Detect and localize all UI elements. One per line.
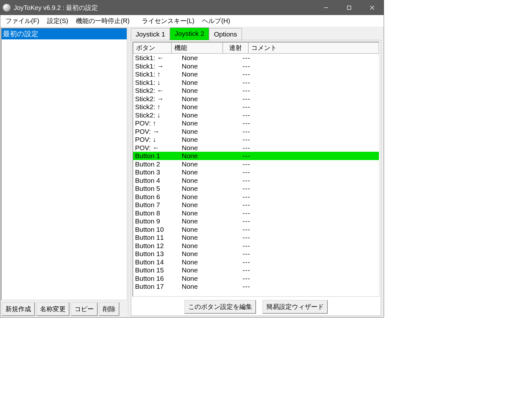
table-row[interactable]: Button 10None--- bbox=[133, 225, 379, 234]
table-row[interactable]: Button 5None--- bbox=[133, 184, 379, 193]
table-row[interactable]: Stick2: ←None--- bbox=[133, 86, 379, 95]
cell-function: None bbox=[172, 258, 223, 266]
tab-options[interactable]: Options bbox=[209, 28, 242, 40]
table-row[interactable]: Button 7None--- bbox=[133, 201, 379, 209]
table-row[interactable]: Button 13None--- bbox=[133, 250, 379, 258]
cell-function: None bbox=[172, 62, 223, 70]
profile-buttons: 新規作成 名称変更 コピー 削除 bbox=[0, 301, 128, 317]
table-row[interactable]: Button 3None--- bbox=[133, 168, 379, 176]
cell-comment bbox=[300, 127, 378, 136]
cell-rapid: --- bbox=[223, 111, 300, 119]
cell-function: None bbox=[172, 250, 223, 258]
cell-button: Stick1: ↓ bbox=[134, 78, 172, 87]
table-row[interactable]: Stick1: ←None--- bbox=[133, 54, 379, 62]
cell-rapid: --- bbox=[223, 193, 300, 201]
cell-button: Stick1: ← bbox=[134, 54, 172, 62]
table-row[interactable]: Button 6None--- bbox=[133, 193, 379, 201]
wizard-button[interactable]: 簡易設定ウィザード bbox=[262, 300, 328, 314]
cell-rapid: --- bbox=[223, 274, 300, 283]
cell-comment bbox=[300, 111, 378, 119]
cell-comment bbox=[300, 103, 378, 111]
header-function[interactable]: 機能 bbox=[172, 42, 223, 53]
cell-button: Button 16 bbox=[134, 274, 172, 283]
cell-comment bbox=[300, 78, 378, 87]
maximize-icon bbox=[347, 5, 351, 10]
cell-comment bbox=[300, 233, 378, 242]
table-row[interactable]: Button 16None--- bbox=[133, 274, 379, 283]
menu-license[interactable]: ライセンスキー(L) bbox=[138, 15, 198, 27]
close-button[interactable] bbox=[361, 0, 384, 15]
mapping-table[interactable]: ボタン 機能 連射 コメント Stick1: ←None---Stick1: →… bbox=[132, 42, 380, 297]
header-rapid[interactable]: 連射 bbox=[223, 42, 248, 53]
cell-rapid: --- bbox=[223, 168, 300, 176]
cell-button: Button 17 bbox=[134, 282, 172, 291]
cell-rapid: --- bbox=[223, 225, 300, 234]
cell-button: Button 1 bbox=[134, 152, 172, 160]
table-row[interactable]: Button 2None--- bbox=[133, 160, 379, 168]
cell-button: Button 13 bbox=[134, 250, 172, 258]
table-row[interactable]: Button 4None--- bbox=[133, 176, 379, 185]
menu-settings[interactable]: 設定(S) bbox=[43, 15, 72, 27]
table-row[interactable]: POV: ↑None--- bbox=[133, 119, 379, 127]
table-row[interactable]: Stick1: →None--- bbox=[133, 62, 379, 70]
cell-function: None bbox=[172, 135, 223, 144]
cell-button: Button 10 bbox=[134, 225, 172, 234]
cell-button: Button 3 bbox=[134, 168, 172, 176]
header-comment[interactable]: コメント bbox=[248, 42, 379, 53]
profile-item[interactable]: 最初の設定 bbox=[2, 28, 127, 39]
new-profile-button[interactable]: 新規作成 bbox=[2, 302, 35, 316]
rename-profile-button[interactable]: 名称変更 bbox=[36, 302, 69, 316]
tab-joystick1[interactable]: Joystick 1 bbox=[131, 28, 170, 40]
table-row[interactable]: Button 8None--- bbox=[133, 209, 379, 217]
table-row[interactable]: Stick2: →None--- bbox=[133, 95, 379, 103]
minimize-button[interactable] bbox=[315, 0, 338, 15]
cell-button: Stick1: → bbox=[134, 62, 172, 70]
table-row[interactable]: Button 15None--- bbox=[133, 266, 379, 274]
table-row[interactable]: Button 11None--- bbox=[133, 233, 379, 242]
table-row[interactable]: POV: ←None--- bbox=[133, 144, 379, 152]
cell-comment bbox=[300, 250, 378, 258]
menu-pause[interactable]: 機能の一時停止(R) bbox=[72, 15, 133, 27]
table-row[interactable]: Stick2: ↓None--- bbox=[133, 111, 379, 119]
window-controls bbox=[315, 0, 384, 15]
table-row[interactable]: POV: ↓None--- bbox=[133, 135, 379, 144]
cell-button: Button 2 bbox=[134, 160, 172, 168]
cell-function: None bbox=[172, 176, 223, 185]
table-row[interactable]: Stick1: ↓None--- bbox=[133, 78, 379, 87]
cell-function: None bbox=[172, 95, 223, 103]
table-row[interactable]: Stick1: ↑None--- bbox=[133, 70, 379, 78]
table-row[interactable]: Button 14None--- bbox=[133, 258, 379, 266]
table-row[interactable]: Button 12None--- bbox=[133, 242, 379, 250]
table-row[interactable]: Button 17None--- bbox=[133, 282, 379, 291]
titlebar[interactable]: JoyToKey v6.9.2 : 最初の設定 bbox=[0, 0, 384, 15]
edit-button[interactable]: このボタン設定を編集 bbox=[184, 300, 256, 314]
cell-button: Button 5 bbox=[134, 184, 172, 193]
minimize-icon bbox=[324, 5, 328, 10]
menu-help[interactable]: ヘルプ(H) bbox=[198, 15, 234, 27]
cell-button: Button 6 bbox=[134, 193, 172, 201]
cell-comment bbox=[300, 144, 378, 152]
tab-strip: Joystick 1 Joystick 2 Options bbox=[131, 28, 381, 40]
table-row[interactable]: POV: →None--- bbox=[133, 127, 379, 136]
cell-function: None bbox=[172, 111, 223, 119]
cell-rapid: --- bbox=[223, 184, 300, 193]
cell-rapid: --- bbox=[223, 62, 300, 70]
cell-rapid: --- bbox=[223, 282, 300, 291]
copy-profile-button[interactable]: コピー bbox=[71, 302, 98, 316]
profile-list[interactable]: 最初の設定 bbox=[1, 28, 127, 300]
cell-function: None bbox=[172, 201, 223, 209]
menu-file[interactable]: ファイル(F) bbox=[2, 15, 43, 27]
table-row[interactable]: Stick2: ↑None--- bbox=[133, 103, 379, 111]
cell-comment bbox=[300, 119, 378, 127]
delete-profile-button[interactable]: 削除 bbox=[99, 302, 119, 316]
tab-joystick2[interactable]: Joystick 2 bbox=[170, 28, 209, 40]
cell-function: None bbox=[172, 282, 223, 291]
cell-function: None bbox=[172, 225, 223, 234]
table-row[interactable]: Button 9None--- bbox=[133, 217, 379, 225]
table-row[interactable]: Button 1None--- bbox=[133, 152, 379, 160]
header-button[interactable]: ボタン bbox=[133, 42, 172, 53]
tab-content: ボタン 機能 連射 コメント Stick1: ←None---Stick1: →… bbox=[131, 40, 381, 316]
cell-comment bbox=[300, 209, 378, 217]
cell-function: None bbox=[172, 193, 223, 201]
maximize-button[interactable] bbox=[338, 0, 361, 15]
